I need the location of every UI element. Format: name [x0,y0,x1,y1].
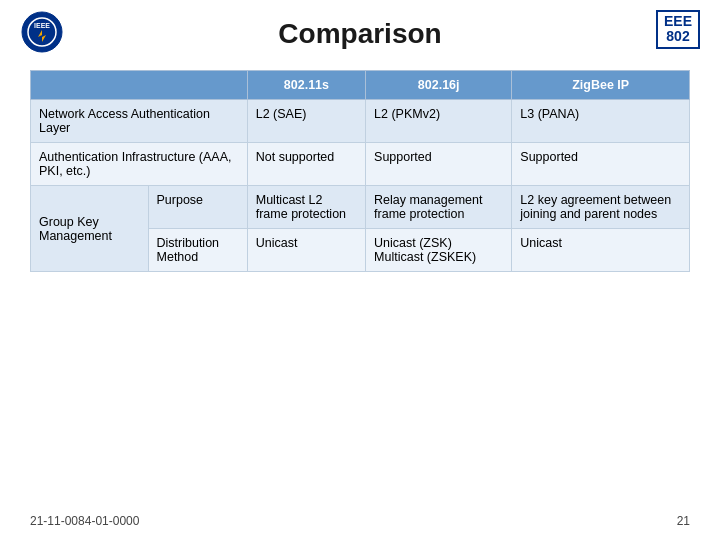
row1-80211s: L2 (SAE) [247,100,365,143]
ieee-802-badge: EEE 802 [656,10,700,49]
table-header-row: 802.11s 802.16j ZigBee IP [31,71,690,100]
row1-80216j: L2 (PKMv2) [366,100,512,143]
row3-80216j: Relay management frame protection [366,186,512,229]
table-row: Group Key Management Purpose Multicast L… [31,186,690,229]
comparison-table-container: 802.11s 802.16j ZigBee IP Network Access… [0,60,720,282]
row4-80216j: Unicast (ZSK) Multicast (ZSKEK) [366,229,512,272]
row2-zigbeeip: Supported [512,143,690,186]
ieee-logo: IEEE [20,10,64,54]
row4-sub: Distribution Method [148,229,247,272]
col-header-zigbeeip: ZigBee IP [512,71,690,100]
col-header-empty [31,71,248,100]
row3-80211s: Multicast L2 frame protection [247,186,365,229]
table-row: Authentication Infrastructure (AAA, PKI,… [31,143,690,186]
row2-label: Authentication Infrastructure (AAA, PKI,… [31,143,248,186]
row3-sub: Purpose [148,186,247,229]
page-footer: 21-11-0084-01-0000 21 [30,514,690,528]
page-title: Comparison [278,18,441,50]
row-group-key-label: Group Key Management [31,186,149,272]
row3-zigbeeip: L2 key agreement between joining and par… [512,186,690,229]
comparison-table: 802.11s 802.16j ZigBee IP Network Access… [30,70,690,272]
row4-zigbeeip: Unicast [512,229,690,272]
page-header: IEEE Comparison EEE 802 [0,0,720,60]
row2-80216j: Supported [366,143,512,186]
ieee-badge-line1: EEE [664,14,692,29]
table-row: Network Access Authentication Layer L2 (… [31,100,690,143]
row2-80211s: Not supported [247,143,365,186]
page-number: 21 [677,514,690,528]
svg-text:IEEE: IEEE [34,22,50,29]
doc-number: 21-11-0084-01-0000 [30,514,139,528]
col-header-80216j: 802.16j [366,71,512,100]
ieee-badge-line2: 802 [666,29,689,44]
row4-80211s: Unicast [247,229,365,272]
col-header-80211s: 802.11s [247,71,365,100]
row1-zigbeeip: L3 (PANA) [512,100,690,143]
row1-label: Network Access Authentication Layer [31,100,248,143]
